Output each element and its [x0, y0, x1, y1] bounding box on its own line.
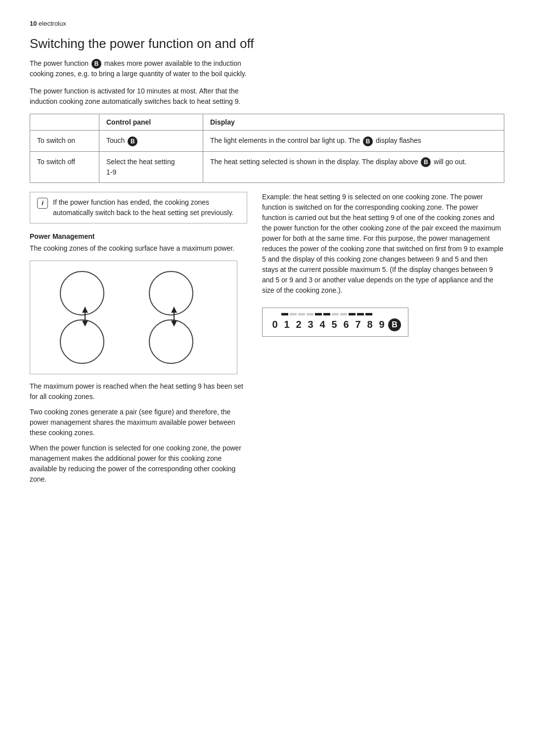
intro-para2: The power function is activated for 10 m…: [30, 86, 267, 107]
seg-num-b: B: [388, 318, 401, 331]
info-box: i If the power function has ended, the c…: [30, 192, 247, 223]
table-header-empty: [30, 114, 99, 131]
table-cell-display-off: The heat setting selected is shown in th…: [203, 151, 504, 182]
table-cell-display-on: The light elements in the control bar li…: [203, 131, 504, 151]
table-cell-action-on: To switch on: [30, 131, 99, 151]
table-header-display: Display: [203, 114, 504, 131]
badge-b-touch: B: [128, 136, 137, 146]
page-number-value: 10: [30, 20, 37, 27]
table-row: To switch off Select the heat setting1-9…: [30, 151, 504, 182]
seg-num-5: 5: [329, 319, 340, 330]
intro-para1: The power function B makes more power av…: [30, 58, 267, 79]
seg-num-0: 0: [269, 319, 280, 330]
seg-num-4: 4: [317, 319, 328, 330]
badge-b-display: B: [363, 136, 373, 146]
page-number: 10 electrolux: [30, 20, 504, 27]
seg-bar-inactive: [332, 313, 339, 315]
right-col-text: Example: the heat setting 9 is selected …: [262, 192, 504, 296]
brand-name: electrolux: [39, 20, 66, 27]
power-management-para3: Two cooking zones generate a pair (see f…: [30, 407, 247, 438]
left-column: i If the power function has ended, the c…: [30, 192, 247, 489]
svg-marker-4: [171, 320, 177, 326]
seg-num-9: 9: [376, 319, 387, 330]
seg-bar-active: [357, 313, 364, 315]
info-icon: i: [37, 198, 48, 209]
table-cell-action-off: To switch off: [30, 151, 99, 182]
info-box-text: If the power function has ended, the coo…: [53, 197, 240, 218]
right-column: Example: the heat setting 9 is selected …: [262, 192, 504, 489]
seg-num-1: 1: [281, 319, 292, 330]
seg-num-6: 6: [341, 319, 352, 330]
seg-bar-active: [349, 313, 356, 315]
segment-display: 0 1 2 3 4 5 6 7 8 9 B: [262, 308, 408, 337]
seg-num-7: 7: [353, 319, 363, 330]
seg-bar-active: [315, 313, 322, 315]
svg-marker-5: [171, 307, 177, 312]
arrow-right: [170, 307, 178, 328]
badge-b-off: B: [421, 157, 431, 167]
seg-bar-active: [281, 313, 288, 315]
seg-bar-inactive: [340, 313, 347, 315]
table-row: To switch on Touch B The light elements …: [30, 131, 504, 151]
seg-num-2: 2: [293, 319, 304, 330]
table-cell-control-on: Touch B: [99, 131, 203, 151]
power-function-table: Control panel Display To switch on Touch…: [30, 114, 504, 182]
badge-b-intro1: B: [91, 59, 101, 69]
power-management-para2: The maximum power is reached when the he…: [30, 381, 247, 402]
seg-bar-inactive: [307, 313, 313, 315]
seg-num-3: 3: [305, 319, 316, 330]
segment-numbers-row: 0 1 2 3 4 5 6 7 8 9 B: [269, 318, 401, 331]
seg-bar-inactive: [298, 313, 305, 315]
svg-marker-1: [82, 320, 88, 326]
power-management-title: Power Management: [30, 232, 247, 240]
power-management-para1: The cooking zones of the cooking surface…: [30, 243, 247, 254]
svg-marker-2: [82, 307, 88, 312]
table-header-control: Control panel: [99, 114, 203, 131]
power-management-para4: When the power function is selected for …: [30, 443, 247, 485]
two-column-section: i If the power function has ended, the c…: [30, 192, 504, 489]
seg-bar-active: [365, 313, 372, 315]
seg-bar-inactive: [290, 313, 297, 315]
seg-num-8: 8: [364, 319, 375, 330]
seg-bar-active: [323, 313, 330, 315]
page-title: Switching the power function on and off: [30, 36, 504, 51]
table-cell-control-off: Select the heat setting1-9: [99, 151, 203, 182]
arrow-left: [81, 307, 89, 328]
cooking-zones-diagram: [30, 261, 237, 374]
